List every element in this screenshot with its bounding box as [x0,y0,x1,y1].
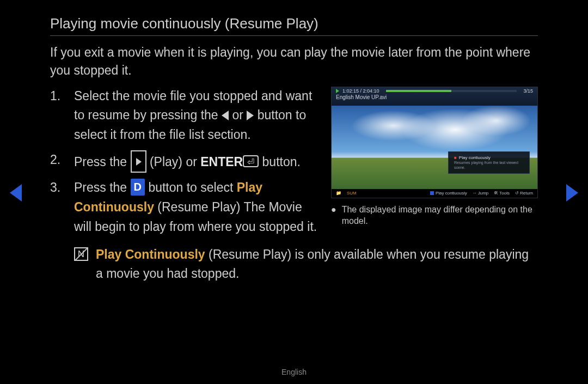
note-highlight: Play Continuously [96,247,205,261]
foot-return: Return [520,191,533,196]
d-dot-icon [430,191,434,195]
language-label: English [0,368,588,376]
intro-text: If you exit a movie when it is playing, … [50,44,538,80]
video-frame: ■Play contiuously Resumes playing from t… [332,106,537,189]
right-arrow-icon [247,111,254,120]
tools-icon: 🛠 [494,191,498,196]
next-page-button[interactable] [566,184,578,202]
popup-title: Play contiuously [459,155,491,160]
player-topbar: 1:02:15 / 2:04:10 3/15 English Movie UP.… [332,87,537,106]
sum-label: SUM [347,191,357,196]
step-1: Select the movie file you stopped and wa… [50,87,318,145]
resume-popup: ■Play contiuously Resumes playing from t… [448,151,530,174]
prev-page-button[interactable] [10,184,22,202]
foot-jump: Jump [478,191,489,196]
step-3: Press the D button to select Play Contin… [50,178,318,236]
device-icon: 📁 [336,191,341,196]
left-arrow-icon [222,111,229,120]
file-counter: 3/15 [523,88,533,94]
movie-filename: English Movie UP.avi [336,94,533,100]
step1-text-b: or [229,108,247,122]
jump-icon: ↔ [473,191,477,196]
note-icon: N [74,247,88,261]
d-button-icon: D [131,179,145,196]
caption-text: The displayed image may differ depending… [342,204,538,227]
step2-text-a: Press the [74,155,131,169]
note-block: N Play Continuously (Resume Play) is onl… [50,245,538,283]
foot-tools: Tools [499,191,510,196]
player-footbar: 📁 SUM Play contiuously ↔Jump 🛠Tools ↺Ret… [332,189,537,198]
foot-play: Play contiuously [436,191,467,196]
screenshot-caption: ● The displayed image may differ dependi… [331,204,538,227]
page-title: Playing movie continuously (Resume Play) [50,15,538,36]
step3-text-a: Press the [74,180,131,194]
step2-text-c: button. [259,155,301,169]
progress-bar [386,90,517,92]
enter-icon [243,155,259,167]
enter-label: ENTER [200,155,243,169]
screenshot-preview: 1:02:15 / 2:04:10 3/15 English Movie UP.… [331,87,538,198]
step3-text-b: button to select [145,180,237,194]
popup-subtitle: Resumes playing from the last viewed sce… [454,160,524,170]
step2-text-b: (Play) or [146,155,201,169]
playback-time: 1:02:15 / 2:04:10 [342,88,379,94]
bullet-icon: ● [331,204,336,227]
play-status-icon [336,89,339,93]
step-2: Press the (Play) or ENTER button. [50,150,318,173]
return-icon: ↺ [515,191,519,196]
play-icon [131,150,146,173]
